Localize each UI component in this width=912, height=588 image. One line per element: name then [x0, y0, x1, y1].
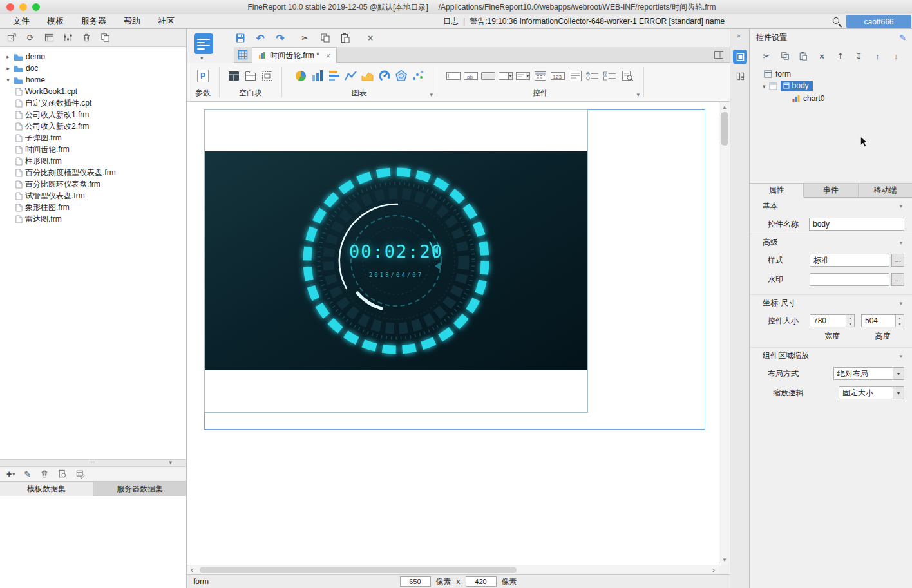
select-caret-icon[interactable]: ▼: [893, 387, 904, 399]
tree-file[interactable]: 公司收入新改2.frm: [0, 120, 186, 132]
move-down-button[interactable]: ↓: [890, 52, 902, 61]
insert-line-chart-button[interactable]: [345, 70, 357, 82]
vertical-scrollbar-thumb[interactable]: [721, 112, 728, 146]
select-caret-icon[interactable]: ▼: [893, 368, 904, 379]
save-button[interactable]: [234, 32, 247, 44]
insert-radar-chart-button[interactable]: [395, 70, 408, 82]
menu-item-community[interactable]: 社区: [158, 15, 175, 27]
insert-pie-chart-button[interactable]: [294, 70, 307, 82]
scroll-left-icon[interactable]: ‹: [187, 566, 197, 574]
form-height-input[interactable]: [466, 576, 497, 587]
template-list-button[interactable]: [238, 50, 248, 60]
sort-filter-button[interactable]: [62, 32, 73, 44]
widget-name-input[interactable]: [809, 218, 904, 231]
caret-right-icon[interactable]: ▸: [5, 53, 11, 60]
scale-logic-select[interactable]: 固定大小 ▼: [839, 386, 904, 399]
refresh-button[interactable]: ⟳: [24, 32, 36, 44]
dataset-manager-button[interactable]: [194, 33, 213, 54]
tab-server-dataset[interactable]: 服务器数据集: [93, 481, 186, 496]
user-account-button[interactable]: caott666: [846, 15, 911, 28]
insert-combobox-button[interactable]: [499, 71, 513, 81]
widget-group-caret-icon[interactable]: ▾: [636, 91, 640, 98]
caret-down-icon[interactable]: ▾: [763, 83, 766, 90]
insert-combocheck-button[interactable]: [516, 71, 530, 81]
log-label[interactable]: 日志: [443, 16, 459, 27]
splitter-grip-icon[interactable]: ⋯: [89, 459, 96, 466]
redo-button[interactable]: ↷: [274, 32, 287, 44]
tree-file[interactable]: 百分比圆环仪表盘.frm: [0, 178, 186, 190]
menu-item-file[interactable]: 文件: [13, 15, 30, 27]
tree-file[interactable]: 柱形图.frm: [0, 155, 186, 167]
tree-file[interactable]: WorkBook1.cpt: [0, 86, 186, 97]
preview-dataset-button[interactable]: [58, 469, 67, 479]
tree-cut-button[interactable]: ✂: [761, 52, 772, 61]
component-library-dock-button[interactable]: [733, 69, 747, 83]
tree-node-form[interactable]: form: [750, 68, 912, 80]
tree-file[interactable]: 试管型仪表盘.frm: [0, 190, 186, 202]
insert-column-chart-button[interactable]: [311, 70, 324, 82]
menu-item-server[interactable]: 服务器: [81, 15, 106, 27]
tree-file[interactable]: 雷达图.frm: [0, 213, 186, 225]
tab-events[interactable]: 事件: [804, 184, 858, 197]
vertical-scrollbar[interactable]: ▲ ▼: [719, 102, 730, 565]
style-input[interactable]: [810, 254, 889, 267]
tree-file-current[interactable]: 时间齿轮.frm: [0, 144, 186, 155]
move-up-button[interactable]: ↑: [871, 52, 883, 61]
style-more-button[interactable]: …: [891, 254, 904, 267]
edit-pencil-icon[interactable]: ✎: [899, 33, 906, 43]
watermark-input[interactable]: [810, 273, 889, 286]
panel-splitter[interactable]: ⋯ ▾: [0, 459, 186, 467]
insert-radio-group-button[interactable]: [585, 71, 600, 81]
section-basic[interactable]: 基本 ▾: [750, 198, 912, 214]
section-caret-icon[interactable]: ▾: [899, 203, 902, 209]
tree-folder-doc[interactable]: ▸ doc: [0, 62, 186, 74]
caret-down-icon[interactable]: ▾: [200, 55, 204, 61]
edit-dataset-button[interactable]: ✎: [24, 469, 31, 479]
insert-number-field-button[interactable]: 123: [551, 71, 565, 81]
delete-button[interactable]: ×: [364, 32, 377, 44]
design-canvas[interactable]: 00:02:20 2018/04/07: [187, 102, 719, 565]
section-scale[interactable]: 组件区域缩放 ▾: [750, 347, 912, 364]
parameter-pane-button[interactable]: P: [197, 70, 209, 82]
duplicate-file-button[interactable]: [99, 32, 111, 44]
report-block-button[interactable]: [227, 70, 240, 82]
widget-settings-dock-button[interactable]: [733, 50, 747, 64]
insert-button-widget-button[interactable]: [481, 71, 495, 81]
copy-button[interactable]: [319, 32, 332, 44]
delete-dataset-button[interactable]: [40, 469, 49, 479]
insert-label-button[interactable]: ab: [464, 71, 478, 81]
menu-item-template[interactable]: 模板: [47, 15, 64, 27]
scroll-right-icon[interactable]: ›: [708, 566, 719, 574]
tree-node-body[interactable]: ▾ body: [750, 80, 912, 92]
minimize-window-button[interactable]: [19, 3, 27, 11]
collapse-panel-icon[interactable]: »: [737, 32, 741, 39]
close-window-button[interactable]: [6, 3, 14, 11]
insert-textfield-button[interactable]: [446, 71, 461, 81]
insert-bar-chart-button[interactable]: [328, 70, 341, 82]
width-spin-down-icon[interactable]: ▼: [846, 321, 854, 327]
tree-folder-home[interactable]: ▾ home: [0, 74, 186, 86]
section-caret-icon[interactable]: ▾: [899, 300, 902, 307]
tree-copy-button[interactable]: [779, 52, 791, 61]
toggle-panel-button[interactable]: [714, 50, 724, 59]
insert-datepicker-button[interactable]: [533, 71, 547, 81]
configure-dataset-button[interactable]: [76, 469, 85, 479]
move-to-top-button[interactable]: ↥: [835, 52, 846, 61]
horizontal-scrollbar[interactable]: ‹ ›: [187, 565, 719, 574]
insert-query-button[interactable]: [620, 71, 634, 81]
scroll-down-icon[interactable]: ▼: [719, 555, 730, 564]
zoom-window-button[interactable]: [32, 3, 40, 11]
tab-properties[interactable]: 属性: [750, 184, 804, 198]
move-to-bottom-button[interactable]: ↧: [853, 52, 865, 61]
splitter-collapse-icon[interactable]: ▾: [169, 459, 172, 466]
tab-block-button[interactable]: [244, 70, 257, 82]
selected-tree-node[interactable]: body: [781, 81, 813, 91]
section-caret-icon[interactable]: ▾: [899, 353, 902, 359]
section-advanced[interactable]: 高级 ▾: [750, 234, 912, 251]
tab-template-dataset[interactable]: 模板数据集: [0, 481, 93, 496]
menu-item-help[interactable]: 帮助: [124, 15, 140, 27]
chart-preview[interactable]: 00:02:20 2018/04/07: [205, 151, 587, 370]
scroll-up-icon[interactable]: ▲: [719, 102, 730, 111]
watermark-more-button[interactable]: …: [891, 273, 904, 286]
insert-scatter-chart-button[interactable]: [412, 70, 424, 82]
